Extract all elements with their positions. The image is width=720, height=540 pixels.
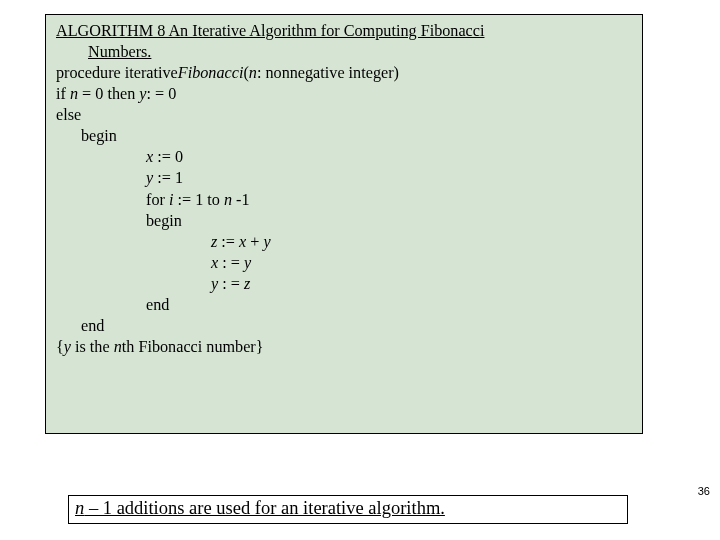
end-2: end bbox=[81, 316, 632, 337]
summary-text: n – 1 additions are used for an iterativ… bbox=[75, 498, 445, 518]
z-assign: z := x + y bbox=[211, 232, 632, 253]
algo-title-1: ALGORITHM 8 An Iterative Algorithm for C… bbox=[56, 21, 632, 42]
for-line: for i := 1 to n -1 bbox=[146, 190, 632, 211]
begin-line-1: begin bbox=[81, 126, 632, 147]
y-assign: y := 1 bbox=[146, 168, 632, 189]
postcondition: {y is the nth Fibonacci number} bbox=[56, 337, 632, 358]
summary-box: n – 1 additions are used for an iterativ… bbox=[68, 495, 628, 524]
algorithm-box: ALGORITHM 8 An Iterative Algorithm for C… bbox=[45, 14, 643, 434]
else-line: else bbox=[56, 105, 632, 126]
x-assign: x := 0 bbox=[146, 147, 632, 168]
if-line: if n = 0 then y: = 0 bbox=[56, 84, 632, 105]
procedure-line: procedure iterativeFibonacci(n: nonnegat… bbox=[56, 63, 632, 84]
end-1: end bbox=[146, 295, 632, 316]
begin-line-2: begin bbox=[146, 211, 632, 232]
algo-title-2: Numbers. bbox=[56, 42, 632, 63]
y2-assign: y : = z bbox=[211, 274, 632, 295]
x2-assign: x : = y bbox=[211, 253, 632, 274]
page-number: 36 bbox=[698, 485, 710, 497]
